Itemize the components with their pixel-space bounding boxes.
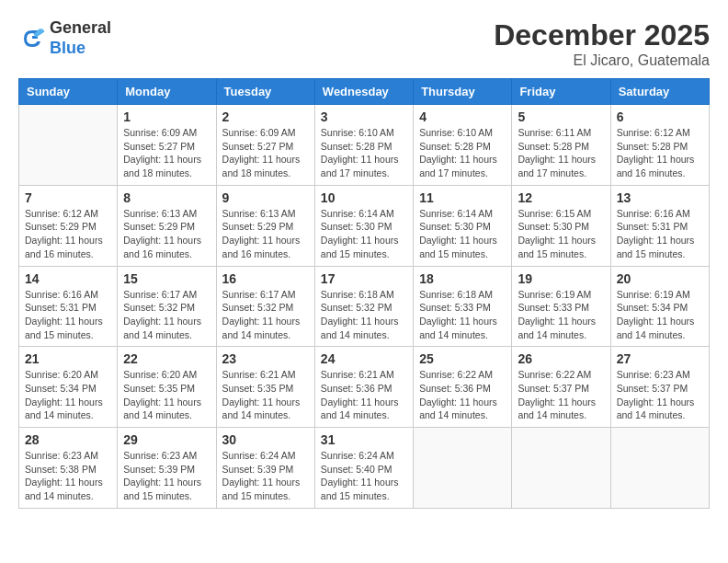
month-title: December 2025 bbox=[494, 18, 710, 52]
day-info: Sunrise: 6:22 AMSunset: 5:36 PMDaylight:… bbox=[419, 368, 506, 422]
calendar-cell: 8Sunrise: 6:13 AMSunset: 5:29 PMDaylight… bbox=[118, 185, 216, 266]
calendar-cell: 14Sunrise: 6:16 AMSunset: 5:31 PMDayligh… bbox=[19, 266, 118, 347]
day-number: 3 bbox=[321, 109, 407, 124]
day-number: 10 bbox=[321, 190, 407, 205]
calendar-cell: 17Sunrise: 6:18 AMSunset: 5:32 PMDayligh… bbox=[314, 266, 413, 347]
calendar-cell: 11Sunrise: 6:14 AMSunset: 5:30 PMDayligh… bbox=[414, 185, 512, 266]
day-number: 11 bbox=[419, 190, 506, 205]
calendar-cell: 3Sunrise: 6:10 AMSunset: 5:28 PMDaylight… bbox=[314, 105, 413, 186]
logo-icon bbox=[18, 25, 46, 52]
calendar-cell: 24Sunrise: 6:21 AMSunset: 5:36 PMDayligh… bbox=[314, 347, 413, 428]
day-info: Sunrise: 6:19 AMSunset: 5:34 PMDaylight:… bbox=[617, 288, 703, 342]
calendar-cell: 29Sunrise: 6:23 AMSunset: 5:39 PMDayligh… bbox=[118, 428, 216, 509]
calendar-cell: 20Sunrise: 6:19 AMSunset: 5:34 PMDayligh… bbox=[610, 266, 709, 347]
calendar-cell: 9Sunrise: 6:13 AMSunset: 5:29 PMDaylight… bbox=[216, 185, 314, 266]
calendar-cell: 18Sunrise: 6:18 AMSunset: 5:33 PMDayligh… bbox=[414, 266, 512, 347]
day-info: Sunrise: 6:17 AMSunset: 5:32 PMDaylight:… bbox=[222, 288, 309, 342]
calendar-cell: 10Sunrise: 6:14 AMSunset: 5:30 PMDayligh… bbox=[314, 185, 413, 266]
day-number: 13 bbox=[617, 190, 703, 205]
weekday-header-friday: Friday bbox=[512, 79, 610, 105]
day-info: Sunrise: 6:16 AMSunset: 5:31 PMDaylight:… bbox=[25, 288, 111, 342]
day-info: Sunrise: 6:10 AMSunset: 5:28 PMDaylight:… bbox=[419, 126, 506, 180]
day-info: Sunrise: 6:11 AMSunset: 5:28 PMDaylight:… bbox=[518, 126, 604, 180]
day-number: 21 bbox=[25, 351, 111, 366]
day-info: Sunrise: 6:19 AMSunset: 5:33 PMDaylight:… bbox=[518, 288, 604, 342]
day-number: 30 bbox=[222, 432, 309, 447]
calendar-cell: 6Sunrise: 6:12 AMSunset: 5:28 PMDaylight… bbox=[610, 105, 709, 186]
day-info: Sunrise: 6:20 AMSunset: 5:34 PMDaylight:… bbox=[25, 368, 111, 422]
day-number: 28 bbox=[25, 432, 111, 447]
day-number: 6 bbox=[617, 109, 703, 124]
day-number: 16 bbox=[222, 271, 309, 286]
day-info: Sunrise: 6:17 AMSunset: 5:32 PMDaylight:… bbox=[123, 288, 210, 342]
day-number: 4 bbox=[419, 109, 506, 124]
calendar-cell: 19Sunrise: 6:19 AMSunset: 5:33 PMDayligh… bbox=[512, 266, 610, 347]
day-info: Sunrise: 6:14 AMSunset: 5:30 PMDaylight:… bbox=[321, 207, 407, 261]
day-info: Sunrise: 6:13 AMSunset: 5:29 PMDaylight:… bbox=[123, 207, 210, 261]
location: El Jicaro, Guatemala bbox=[494, 52, 710, 69]
day-number: 27 bbox=[617, 351, 703, 366]
weekday-header-saturday: Saturday bbox=[610, 79, 709, 105]
day-number: 24 bbox=[321, 351, 407, 366]
page-header: General Blue December 2025 El Jicaro, Gu… bbox=[18, 18, 710, 69]
day-number: 5 bbox=[518, 109, 604, 124]
calendar-cell: 1Sunrise: 6:09 AMSunset: 5:27 PMDaylight… bbox=[118, 105, 216, 186]
logo: General Blue bbox=[18, 18, 111, 58]
day-number: 1 bbox=[123, 109, 210, 124]
day-info: Sunrise: 6:24 AMSunset: 5:39 PMDaylight:… bbox=[222, 449, 309, 503]
day-number: 31 bbox=[321, 432, 407, 447]
day-info: Sunrise: 6:21 AMSunset: 5:35 PMDaylight:… bbox=[222, 368, 309, 422]
weekday-header-row: SundayMondayTuesdayWednesdayThursdayFrid… bbox=[19, 79, 710, 105]
day-number: 2 bbox=[222, 109, 309, 124]
day-info: Sunrise: 6:24 AMSunset: 5:40 PMDaylight:… bbox=[321, 449, 407, 503]
weekday-header-sunday: Sunday bbox=[19, 79, 118, 105]
week-row-4: 21Sunrise: 6:20 AMSunset: 5:34 PMDayligh… bbox=[19, 347, 710, 428]
week-row-2: 7Sunrise: 6:12 AMSunset: 5:29 PMDaylight… bbox=[19, 185, 710, 266]
calendar-cell bbox=[512, 428, 610, 509]
calendar-cell bbox=[610, 428, 709, 509]
calendar-cell: 5Sunrise: 6:11 AMSunset: 5:28 PMDaylight… bbox=[512, 105, 610, 186]
day-info: Sunrise: 6:09 AMSunset: 5:27 PMDaylight:… bbox=[123, 126, 210, 180]
weekday-header-wednesday: Wednesday bbox=[314, 79, 413, 105]
calendar-cell: 30Sunrise: 6:24 AMSunset: 5:39 PMDayligh… bbox=[216, 428, 314, 509]
day-info: Sunrise: 6:23 AMSunset: 5:39 PMDaylight:… bbox=[123, 449, 210, 503]
day-info: Sunrise: 6:23 AMSunset: 5:38 PMDaylight:… bbox=[25, 449, 111, 503]
calendar-cell: 28Sunrise: 6:23 AMSunset: 5:38 PMDayligh… bbox=[19, 428, 118, 509]
day-number: 29 bbox=[123, 432, 210, 447]
calendar-cell: 27Sunrise: 6:23 AMSunset: 5:37 PMDayligh… bbox=[610, 347, 709, 428]
calendar-cell: 31Sunrise: 6:24 AMSunset: 5:40 PMDayligh… bbox=[314, 428, 413, 509]
day-number: 8 bbox=[123, 190, 210, 205]
week-row-1: 1Sunrise: 6:09 AMSunset: 5:27 PMDaylight… bbox=[19, 105, 710, 186]
calendar-cell bbox=[414, 428, 512, 509]
calendar-cell: 2Sunrise: 6:09 AMSunset: 5:27 PMDaylight… bbox=[216, 105, 314, 186]
logo-general-text: General bbox=[50, 18, 111, 39]
weekday-header-thursday: Thursday bbox=[414, 79, 512, 105]
calendar-cell: 22Sunrise: 6:20 AMSunset: 5:35 PMDayligh… bbox=[118, 347, 216, 428]
day-number: 7 bbox=[25, 190, 111, 205]
day-number: 20 bbox=[617, 271, 703, 286]
day-info: Sunrise: 6:23 AMSunset: 5:37 PMDaylight:… bbox=[617, 368, 703, 422]
day-info: Sunrise: 6:16 AMSunset: 5:31 PMDaylight:… bbox=[617, 207, 703, 261]
logo-blue-text: Blue bbox=[50, 39, 111, 59]
calendar-cell: 26Sunrise: 6:22 AMSunset: 5:37 PMDayligh… bbox=[512, 347, 610, 428]
calendar-cell: 23Sunrise: 6:21 AMSunset: 5:35 PMDayligh… bbox=[216, 347, 314, 428]
day-info: Sunrise: 6:09 AMSunset: 5:27 PMDaylight:… bbox=[222, 126, 309, 180]
day-info: Sunrise: 6:15 AMSunset: 5:30 PMDaylight:… bbox=[518, 207, 604, 261]
weekday-header-monday: Monday bbox=[118, 79, 216, 105]
calendar-cell: 13Sunrise: 6:16 AMSunset: 5:31 PMDayligh… bbox=[610, 185, 709, 266]
calendar-table: SundayMondayTuesdayWednesdayThursdayFrid… bbox=[18, 78, 710, 509]
day-number: 19 bbox=[518, 271, 604, 286]
day-info: Sunrise: 6:10 AMSunset: 5:28 PMDaylight:… bbox=[321, 126, 407, 180]
day-number: 18 bbox=[419, 271, 506, 286]
day-number: 15 bbox=[123, 271, 210, 286]
title-section: December 2025 El Jicaro, Guatemala bbox=[494, 18, 710, 69]
calendar-cell: 15Sunrise: 6:17 AMSunset: 5:32 PMDayligh… bbox=[118, 266, 216, 347]
day-info: Sunrise: 6:20 AMSunset: 5:35 PMDaylight:… bbox=[123, 368, 210, 422]
day-info: Sunrise: 6:21 AMSunset: 5:36 PMDaylight:… bbox=[321, 368, 407, 422]
week-row-5: 28Sunrise: 6:23 AMSunset: 5:38 PMDayligh… bbox=[19, 428, 710, 509]
day-number: 25 bbox=[419, 351, 506, 366]
week-row-3: 14Sunrise: 6:16 AMSunset: 5:31 PMDayligh… bbox=[19, 266, 710, 347]
day-number: 22 bbox=[123, 351, 210, 366]
calendar-cell: 25Sunrise: 6:22 AMSunset: 5:36 PMDayligh… bbox=[414, 347, 512, 428]
weekday-header-tuesday: Tuesday bbox=[216, 79, 314, 105]
